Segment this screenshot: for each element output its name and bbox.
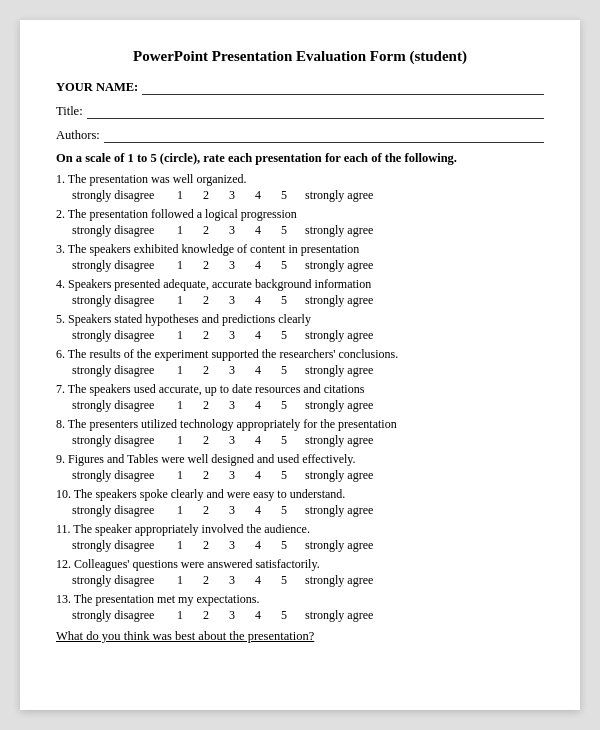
- scale-number[interactable]: 5: [279, 328, 289, 343]
- scale-number[interactable]: 4: [253, 608, 263, 623]
- scale-number[interactable]: 2: [201, 398, 211, 413]
- scale-number[interactable]: 3: [227, 503, 237, 518]
- scale-number[interactable]: 1: [175, 433, 185, 448]
- scale-number[interactable]: 3: [227, 538, 237, 553]
- strongly-agree-label: strongly agree: [305, 363, 373, 378]
- scale-number[interactable]: 1: [175, 293, 185, 308]
- scale-number[interactable]: 5: [279, 398, 289, 413]
- scale-number[interactable]: 4: [253, 223, 263, 238]
- scale-numbers: 12345: [175, 433, 289, 448]
- scale-number[interactable]: 1: [175, 538, 185, 553]
- scale-number[interactable]: 1: [175, 468, 185, 483]
- question-block: 13. The presentation met my expectations…: [56, 592, 544, 623]
- scale-number[interactable]: 1: [175, 608, 185, 623]
- scale-number[interactable]: 2: [201, 503, 211, 518]
- scale-number[interactable]: 4: [253, 328, 263, 343]
- scale-number[interactable]: 1: [175, 573, 185, 588]
- scale-number[interactable]: 3: [227, 433, 237, 448]
- question-text: 9. Figures and Tables were well designed…: [56, 452, 544, 467]
- scale-number[interactable]: 2: [201, 258, 211, 273]
- scale-number[interactable]: 2: [201, 608, 211, 623]
- scale-number[interactable]: 2: [201, 468, 211, 483]
- strongly-disagree-label: strongly disagree: [72, 258, 167, 273]
- scale-number[interactable]: 1: [175, 258, 185, 273]
- scale-number[interactable]: 5: [279, 468, 289, 483]
- scale-number[interactable]: 3: [227, 188, 237, 203]
- strongly-agree-label: strongly agree: [305, 573, 373, 588]
- scale-number[interactable]: 1: [175, 188, 185, 203]
- scale-number[interactable]: 5: [279, 538, 289, 553]
- strongly-disagree-label: strongly disagree: [72, 468, 167, 483]
- scale-number[interactable]: 4: [253, 398, 263, 413]
- scale-numbers: 12345: [175, 608, 289, 623]
- scale-number[interactable]: 3: [227, 608, 237, 623]
- question-text: 5. Speakers stated hypotheses and predic…: [56, 312, 544, 327]
- scale-number[interactable]: 5: [279, 188, 289, 203]
- strongly-agree-label: strongly agree: [305, 398, 373, 413]
- question-text: 6. The results of the experiment support…: [56, 347, 544, 362]
- scale-number[interactable]: 2: [201, 433, 211, 448]
- scale-number[interactable]: 5: [279, 293, 289, 308]
- scale-numbers: 12345: [175, 328, 289, 343]
- strongly-disagree-label: strongly disagree: [72, 293, 167, 308]
- rating-row: strongly disagree12345strongly agree: [56, 573, 544, 588]
- authors-row: Authors:: [56, 127, 544, 143]
- scale-number[interactable]: 4: [253, 468, 263, 483]
- title-line[interactable]: [87, 103, 544, 119]
- authors-line[interactable]: [104, 127, 544, 143]
- scale-number[interactable]: 4: [253, 573, 263, 588]
- question-block: 10. The speakers spoke clearly and were …: [56, 487, 544, 518]
- scale-number[interactable]: 5: [279, 573, 289, 588]
- scale-number[interactable]: 1: [175, 398, 185, 413]
- scale-number[interactable]: 5: [279, 223, 289, 238]
- question-text: 1. The presentation was well organized.: [56, 172, 544, 187]
- scale-number[interactable]: 1: [175, 328, 185, 343]
- scale-number[interactable]: 4: [253, 188, 263, 203]
- strongly-agree-label: strongly agree: [305, 433, 373, 448]
- scale-number[interactable]: 3: [227, 258, 237, 273]
- scale-number[interactable]: 2: [201, 293, 211, 308]
- scale-number[interactable]: 3: [227, 293, 237, 308]
- form-title: PowerPoint Presentation Evaluation Form …: [56, 48, 544, 65]
- rating-row: strongly disagree12345strongly agree: [56, 468, 544, 483]
- scale-number[interactable]: 4: [253, 363, 263, 378]
- scale-number[interactable]: 2: [201, 223, 211, 238]
- rating-row: strongly disagree12345strongly agree: [56, 223, 544, 238]
- scale-number[interactable]: 2: [201, 538, 211, 553]
- rating-row: strongly disagree12345strongly agree: [56, 503, 544, 518]
- scale-number[interactable]: 1: [175, 503, 185, 518]
- scale-number[interactable]: 1: [175, 363, 185, 378]
- question-text: 11. The speaker appropriately involved t…: [56, 522, 544, 537]
- scale-number[interactable]: 4: [253, 538, 263, 553]
- scale-number[interactable]: 3: [227, 363, 237, 378]
- your-name-line[interactable]: [142, 79, 544, 95]
- strongly-disagree-label: strongly disagree: [72, 608, 167, 623]
- rating-row: strongly disagree12345strongly agree: [56, 538, 544, 553]
- scale-number[interactable]: 3: [227, 328, 237, 343]
- scale-number[interactable]: 4: [253, 293, 263, 308]
- scale-number[interactable]: 2: [201, 573, 211, 588]
- question-block: 9. Figures and Tables were well designed…: [56, 452, 544, 483]
- scale-number[interactable]: 2: [201, 363, 211, 378]
- scale-numbers: 12345: [175, 573, 289, 588]
- scale-number[interactable]: 5: [279, 608, 289, 623]
- strongly-disagree-label: strongly disagree: [72, 433, 167, 448]
- scale-number[interactable]: 4: [253, 258, 263, 273]
- scale-number[interactable]: 1: [175, 223, 185, 238]
- scale-number[interactable]: 2: [201, 328, 211, 343]
- scale-number[interactable]: 4: [253, 503, 263, 518]
- scale-number[interactable]: 5: [279, 433, 289, 448]
- strongly-agree-label: strongly agree: [305, 223, 373, 238]
- scale-number[interactable]: 2: [201, 188, 211, 203]
- scale-number[interactable]: 3: [227, 398, 237, 413]
- scale-number[interactable]: 3: [227, 223, 237, 238]
- question-text: 8. The presenters utilized technology ap…: [56, 417, 544, 432]
- scale-number[interactable]: 5: [279, 258, 289, 273]
- scale-number[interactable]: 5: [279, 503, 289, 518]
- scale-number[interactable]: 5: [279, 363, 289, 378]
- scale-number[interactable]: 3: [227, 573, 237, 588]
- strongly-agree-label: strongly agree: [305, 608, 373, 623]
- questions-container: 1. The presentation was well organized.s…: [56, 172, 544, 623]
- scale-number[interactable]: 4: [253, 433, 263, 448]
- scale-number[interactable]: 3: [227, 468, 237, 483]
